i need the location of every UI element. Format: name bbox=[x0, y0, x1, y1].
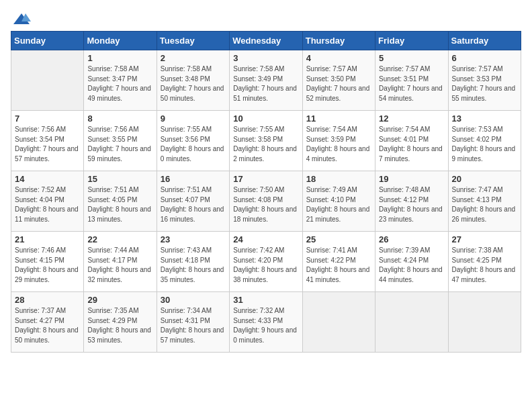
calendar-day-cell: 3Sunrise: 7:58 AMSunset: 3:49 PMDaylight… bbox=[230, 50, 302, 111]
day-info: Sunrise: 7:39 AMSunset: 4:24 PMDaylight:… bbox=[379, 246, 444, 285]
calendar-day-cell: 30Sunrise: 7:34 AMSunset: 4:31 PMDayligh… bbox=[157, 292, 229, 353]
day-number: 18 bbox=[306, 174, 371, 184]
calendar-week-row: 14Sunrise: 7:52 AMSunset: 4:04 PMDayligh… bbox=[11, 171, 521, 232]
day-number: 16 bbox=[161, 174, 226, 184]
weekday-header-friday: Friday bbox=[375, 32, 448, 50]
calendar-day-cell: 11Sunrise: 7:54 AMSunset: 3:59 PMDayligh… bbox=[302, 111, 375, 171]
calendar-day-cell: 14Sunrise: 7:52 AMSunset: 4:04 PMDayligh… bbox=[11, 171, 84, 232]
calendar-day-cell: 9Sunrise: 7:55 AMSunset: 3:56 PMDaylight… bbox=[157, 111, 229, 171]
weekday-header-tuesday: Tuesday bbox=[157, 32, 229, 50]
calendar-header: SundayMondayTuesdayWednesdayThursdayFrid… bbox=[11, 32, 521, 50]
calendar-day-cell: 29Sunrise: 7:35 AMSunset: 4:29 PMDayligh… bbox=[84, 292, 157, 353]
day-number: 6 bbox=[452, 53, 517, 63]
day-info: Sunrise: 7:46 AMSunset: 4:15 PMDaylight:… bbox=[15, 246, 80, 285]
day-info: Sunrise: 7:49 AMSunset: 4:10 PMDaylight:… bbox=[306, 185, 371, 224]
calendar-day-cell: 5Sunrise: 7:57 AMSunset: 3:51 PMDaylight… bbox=[375, 50, 448, 111]
calendar-day-cell: 6Sunrise: 7:57 AMSunset: 3:53 PMDaylight… bbox=[448, 50, 521, 111]
weekday-header-saturday: Saturday bbox=[448, 32, 521, 50]
calendar-day-cell: 13Sunrise: 7:53 AMSunset: 4:02 PMDayligh… bbox=[448, 111, 521, 171]
calendar-day-cell: 28Sunrise: 7:37 AMSunset: 4:27 PMDayligh… bbox=[11, 292, 84, 353]
weekday-header-monday: Monday bbox=[84, 32, 157, 50]
day-number: 23 bbox=[161, 234, 226, 244]
day-number: 4 bbox=[306, 53, 371, 63]
day-info: Sunrise: 7:54 AMSunset: 4:01 PMDaylight:… bbox=[379, 125, 444, 164]
day-info: Sunrise: 7:56 AMSunset: 3:55 PMDaylight:… bbox=[87, 125, 152, 164]
day-info: Sunrise: 7:48 AMSunset: 4:12 PMDaylight:… bbox=[379, 185, 444, 224]
day-number: 10 bbox=[233, 113, 298, 124]
day-info: Sunrise: 7:34 AMSunset: 4:31 PMDaylight:… bbox=[161, 306, 226, 345]
day-number: 28 bbox=[15, 295, 80, 305]
day-info: Sunrise: 7:44 AMSunset: 4:17 PMDaylight:… bbox=[87, 246, 152, 285]
day-number: 7 bbox=[15, 113, 80, 124]
day-info: Sunrise: 7:43 AMSunset: 4:18 PMDaylight:… bbox=[161, 246, 226, 285]
calendar-day-cell: 19Sunrise: 7:48 AMSunset: 4:12 PMDayligh… bbox=[375, 171, 448, 232]
day-info: Sunrise: 7:35 AMSunset: 4:29 PMDaylight:… bbox=[87, 306, 152, 345]
day-info: Sunrise: 7:42 AMSunset: 4:20 PMDaylight:… bbox=[233, 246, 298, 285]
weekday-header-thursday: Thursday bbox=[302, 32, 375, 50]
calendar-day-cell bbox=[375, 292, 448, 353]
day-number: 2 bbox=[161, 53, 226, 63]
weekday-header-sunday: Sunday bbox=[11, 32, 84, 50]
day-number: 14 bbox=[15, 174, 80, 184]
calendar-day-cell: 7Sunrise: 7:56 AMSunset: 3:54 PMDaylight… bbox=[11, 111, 84, 171]
day-info: Sunrise: 7:51 AMSunset: 4:05 PMDaylight:… bbox=[87, 185, 152, 224]
calendar-day-cell: 12Sunrise: 7:54 AMSunset: 4:01 PMDayligh… bbox=[375, 111, 448, 171]
calendar-day-cell: 17Sunrise: 7:50 AMSunset: 4:08 PMDayligh… bbox=[230, 171, 302, 232]
day-number: 13 bbox=[452, 113, 517, 124]
calendar-day-cell: 21Sunrise: 7:46 AMSunset: 4:15 PMDayligh… bbox=[11, 232, 84, 292]
calendar-day-cell: 31Sunrise: 7:32 AMSunset: 4:33 PMDayligh… bbox=[230, 292, 302, 353]
calendar-day-cell bbox=[448, 292, 521, 353]
logo bbox=[11, 11, 31, 26]
calendar-day-cell bbox=[302, 292, 375, 353]
calendar-week-row: 28Sunrise: 7:37 AMSunset: 4:27 PMDayligh… bbox=[11, 292, 521, 353]
day-info: Sunrise: 7:50 AMSunset: 4:08 PMDaylight:… bbox=[233, 185, 298, 224]
day-number: 27 bbox=[452, 234, 517, 244]
day-number: 20 bbox=[452, 174, 517, 184]
day-number: 11 bbox=[306, 113, 371, 124]
day-number: 25 bbox=[306, 234, 371, 244]
day-number: 17 bbox=[233, 174, 298, 184]
day-number: 21 bbox=[15, 234, 80, 244]
calendar-day-cell: 10Sunrise: 7:55 AMSunset: 3:58 PMDayligh… bbox=[230, 111, 302, 171]
day-number: 29 bbox=[87, 295, 152, 305]
day-info: Sunrise: 7:58 AMSunset: 3:47 PMDaylight:… bbox=[87, 64, 152, 103]
calendar-week-row: 21Sunrise: 7:46 AMSunset: 4:15 PMDayligh… bbox=[11, 232, 521, 292]
calendar-day-cell: 2Sunrise: 7:58 AMSunset: 3:48 PMDaylight… bbox=[157, 50, 229, 111]
day-info: Sunrise: 7:51 AMSunset: 4:07 PMDaylight:… bbox=[161, 185, 226, 224]
day-info: Sunrise: 7:53 AMSunset: 4:02 PMDaylight:… bbox=[452, 125, 517, 164]
calendar-body: 1Sunrise: 7:58 AMSunset: 3:47 PMDaylight… bbox=[11, 50, 521, 353]
calendar-table: SundayMondayTuesdayWednesdayThursdayFrid… bbox=[11, 31, 521, 353]
day-info: Sunrise: 7:47 AMSunset: 4:13 PMDaylight:… bbox=[452, 185, 517, 224]
weekday-header-wednesday: Wednesday bbox=[230, 32, 302, 50]
day-info: Sunrise: 7:55 AMSunset: 3:58 PMDaylight:… bbox=[233, 125, 298, 164]
day-number: 1 bbox=[87, 53, 152, 63]
day-number: 12 bbox=[379, 113, 444, 124]
day-info: Sunrise: 7:52 AMSunset: 4:04 PMDaylight:… bbox=[15, 185, 80, 224]
calendar-day-cell: 18Sunrise: 7:49 AMSunset: 4:10 PMDayligh… bbox=[302, 171, 375, 232]
day-number: 22 bbox=[87, 234, 152, 244]
calendar-week-row: 7Sunrise: 7:56 AMSunset: 3:54 PMDaylight… bbox=[11, 111, 521, 171]
calendar-day-cell: 15Sunrise: 7:51 AMSunset: 4:05 PMDayligh… bbox=[84, 171, 157, 232]
day-info: Sunrise: 7:56 AMSunset: 3:54 PMDaylight:… bbox=[15, 125, 80, 164]
calendar-week-row: 1Sunrise: 7:58 AMSunset: 3:47 PMDaylight… bbox=[11, 50, 521, 111]
day-number: 24 bbox=[233, 234, 298, 244]
calendar-day-cell: 16Sunrise: 7:51 AMSunset: 4:07 PMDayligh… bbox=[157, 171, 229, 232]
day-number: 19 bbox=[379, 174, 444, 184]
day-info: Sunrise: 7:58 AMSunset: 3:48 PMDaylight:… bbox=[161, 64, 226, 103]
logo-icon bbox=[12, 11, 31, 30]
calendar-day-cell: 8Sunrise: 7:56 AMSunset: 3:55 PMDaylight… bbox=[84, 111, 157, 171]
day-number: 15 bbox=[87, 174, 152, 184]
weekday-header-row: SundayMondayTuesdayWednesdayThursdayFrid… bbox=[11, 32, 521, 50]
day-number: 5 bbox=[379, 53, 444, 63]
day-info: Sunrise: 7:54 AMSunset: 3:59 PMDaylight:… bbox=[306, 125, 371, 164]
calendar-day-cell: 20Sunrise: 7:47 AMSunset: 4:13 PMDayligh… bbox=[448, 171, 521, 232]
calendar-day-cell: 24Sunrise: 7:42 AMSunset: 4:20 PMDayligh… bbox=[230, 232, 302, 292]
day-info: Sunrise: 7:38 AMSunset: 4:25 PMDaylight:… bbox=[452, 246, 517, 285]
day-info: Sunrise: 7:57 AMSunset: 3:53 PMDaylight:… bbox=[452, 64, 517, 103]
calendar-day-cell: 25Sunrise: 7:41 AMSunset: 4:22 PMDayligh… bbox=[302, 232, 375, 292]
day-info: Sunrise: 7:55 AMSunset: 3:56 PMDaylight:… bbox=[161, 125, 226, 164]
day-number: 26 bbox=[379, 234, 444, 244]
day-info: Sunrise: 7:58 AMSunset: 3:49 PMDaylight:… bbox=[233, 64, 298, 103]
day-number: 31 bbox=[233, 295, 298, 305]
day-info: Sunrise: 7:57 AMSunset: 3:50 PMDaylight:… bbox=[306, 64, 371, 103]
